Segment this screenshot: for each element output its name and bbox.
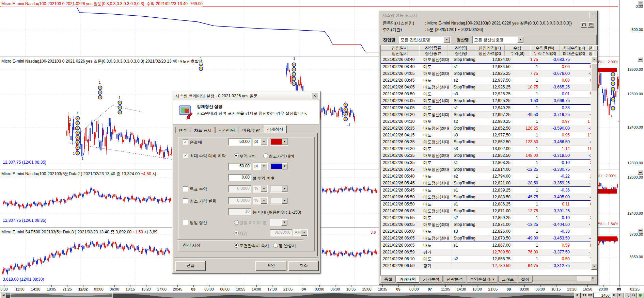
table-row[interactable]: 2021/02/26 05:45매도s112,839.251-0.365.75	[381, 187, 591, 194]
close-icon[interactable]: ✕	[589, 12, 596, 18]
chevron-down-icon[interactable]: ▼	[444, 37, 450, 43]
sameday-checkbox[interactable]	[183, 220, 188, 225]
panel-collapse-button[interactable]: ▬	[638, 1, 643, 5]
scroll-right-icon[interactable]: ▶	[591, 276, 596, 281]
table-row[interactable]: 2021/02/26 04:10매도s212,980.2510.97177.75	[381, 118, 591, 125]
table-row[interactable]: 2021/02/26 05:35매도청산(최대StopTrailing12,85…	[381, 152, 591, 160]
close-icon[interactable]: ✕	[311, 93, 318, 99]
edit-button[interactable]: 편집	[175, 261, 206, 271]
scroll-up-icon[interactable]: ▲	[591, 56, 597, 62]
table-row[interactable]: 2021/02/26 05:55매도s212,859.251-0.1038.25	[381, 215, 591, 221]
lastbar-select[interactable]: ▼	[270, 219, 288, 226]
exit-immediate-radio[interactable]	[234, 243, 239, 248]
chevron-down-icon[interactable]: ▼	[282, 139, 287, 145]
bar-count-field[interactable]: 1456	[594, 293, 611, 298]
table-row[interactable]: 2021/02/26 04:05매도청산(최대StopTrailing12,92…	[381, 70, 591, 77]
report-tab-거래내역[interactable]: 거래내역	[396, 276, 419, 283]
refresh-icon[interactable]	[637, 293, 643, 298]
chevron-down-icon[interactable]: ▼	[261, 186, 267, 192]
table-row[interactable]: 2021/02/26 06:10매도s212,855.7510.5077.50	[381, 256, 591, 263]
report-tab-기간분석[interactable]: 기간분석	[420, 276, 443, 283]
report-tab-종합[interactable]: 종합	[381, 276, 396, 283]
panel-collapse-button[interactable]: ▬	[638, 57, 643, 62]
table-row[interactable]: 2021/02/26 06:05매도청산(최대StopTrailing12,87…	[381, 235, 591, 242]
report-print-icon[interactable]	[588, 22, 594, 28]
chart-scrollbar[interactable]: ◀ ▶ ◀◀ ▶▶ 1456 ▶ ▶▏	[0, 293, 644, 298]
trail-profit-radio[interactable]	[234, 153, 239, 158]
chevron-down-icon[interactable]: ▼	[261, 139, 267, 145]
table-row[interactable]: 2021/02/26 05:35매도s112,803.251-0.1039.25	[381, 160, 591, 166]
dialog-tab-변수[interactable]: 변수	[175, 127, 190, 134]
stoploss-unit-select[interactable]: pt ▼	[253, 138, 268, 146]
chevron-down-icon[interactable]: ▼	[282, 198, 287, 204]
scroll-left-button[interactable]: ◀	[0, 293, 6, 298]
stoploss-value-field[interactable]: 50.00	[228, 138, 251, 146]
zoom-out-icon[interactable]	[631, 293, 637, 298]
vertical-scroll-thumb[interactable]	[591, 63, 597, 91]
table-row[interactable]: 2021/02/26 05:35매도청산(최대StopTrailing12,85…	[381, 125, 591, 132]
table-row[interactable]: 2021/02/26 05:40매도s212,794.001-0.2223.00	[381, 173, 591, 180]
trailing-checkbox[interactable]: ✓	[183, 153, 188, 158]
lastbar-radio[interactable]	[234, 220, 239, 225]
report-window-icon[interactable]	[581, 22, 587, 28]
zoom-in-icon[interactable]	[624, 293, 630, 298]
report-tab-그래프[interactable]: 그래프	[498, 276, 517, 283]
nav-last-button[interactable]: ▶▶	[587, 293, 594, 298]
ampm-select[interactable]: AM ▼	[293, 229, 308, 236]
minchange-checkbox[interactable]	[183, 198, 188, 203]
report-tab-수익손실거래[interactable]: 수익손실거래	[467, 276, 498, 283]
stoploss-checkbox[interactable]: ✓	[183, 139, 188, 145]
time-field[interactable]: 06:00:00	[270, 229, 292, 236]
table-row[interactable]: 2021/02/26 05:50매도청산(최대StopTrailing12,88…	[381, 194, 591, 201]
cancel-button[interactable]: 취소	[288, 261, 319, 271]
exit-barclose-radio[interactable]	[273, 243, 278, 248]
table-row[interactable]: 2021/02/26 03:50매도s312,925.251-0.0150.00	[381, 91, 591, 98]
stoploss-color-select[interactable]: ▼	[270, 138, 288, 146]
after-profit-field[interactable]: 0.00	[228, 174, 251, 181]
price-axis[interactable]: 0.00-500.0012600.0012500.0012400.0012300…	[619, 0, 644, 285]
scroll-down-icon[interactable]: ▼	[591, 264, 597, 270]
table-row[interactable]: 2021/02/26 03:45매도s212,937.5010.0862.25	[381, 77, 591, 84]
time-radio[interactable]	[234, 231, 239, 235]
panel-collapse-button[interactable]: ▬	[638, 170, 643, 175]
table-row[interactable]: 2021/02/26 06:00매도s312,826.001-0.382.50	[381, 228, 591, 235]
minchange-unit-select[interactable]: % ▼	[253, 197, 268, 204]
bars-field[interactable]: 10	[228, 208, 251, 215]
nav-first-button[interactable]: ◀◀	[581, 293, 587, 298]
dialog-tab-차트 표시[interactable]: 차트 표시	[191, 127, 215, 134]
target-profit-checkbox[interactable]	[183, 186, 188, 192]
table-row[interactable]: 2021/02/26 05:45매도청산(최대StopTrailing12,81…	[381, 166, 591, 173]
table-row[interactable]: 2021/02/26 04:20매도청산(최대StopTrailing12,99…	[381, 112, 591, 118]
table-row[interactable]: 2021/02/26 06:05매도청산(최대StopTrailing12,87…	[381, 221, 591, 228]
chevron-down-icon[interactable]: ▼	[281, 219, 287, 226]
ok-button[interactable]: 확인	[255, 261, 286, 271]
nav-end-button[interactable]: ▶▏	[618, 293, 624, 298]
trail-highprice-radio[interactable]	[263, 153, 268, 158]
table-row[interactable]: 2021/02/26 06:05매도청산(최대StopTrailing12,87…	[381, 208, 591, 215]
chevron-down-icon[interactable]: ▼	[282, 186, 287, 192]
table-row[interactable]: 2021/02/26 04:05매도s112,949.251-0.382.00	[381, 105, 591, 112]
table-row[interactable]: 2021/02/26 06:15매도s312,830.0010.3051.75	[381, 269, 591, 270]
table-row[interactable]: 2021/02/26 04:15매도s312,977.5010.95175.00	[381, 132, 591, 139]
trailing-color-select[interactable]: ▼	[270, 163, 288, 170]
nav-prev-button[interactable]: ▶	[575, 293, 581, 298]
trailing-unit-select[interactable]: pt ▼	[253, 163, 268, 170]
chevron-down-icon[interactable]: ▼	[261, 163, 267, 169]
target-profit-unit-select[interactable]: % ▼	[253, 185, 268, 193]
table-row[interactable]: 2021/02/26 06:59평가12,789.5076.00-3,377.5…	[381, 249, 591, 256]
chevron-down-icon[interactable]: ▼	[261, 198, 267, 204]
table-row[interactable]: 2021/02/26 04:05매도청산(최대StopTrailing12,92…	[381, 98, 591, 105]
table-vertical-scrollbar[interactable]: ▲ ▼	[591, 56, 597, 270]
table-row[interactable]: 2021/02/26 05:45매도청산(최대StopTrailing12,82…	[381, 180, 591, 187]
dialog-tab-강제청산[interactable]: 강제청산	[264, 125, 287, 133]
minchange-field[interactable]: 0.0000	[228, 197, 251, 204]
report-titlebar[interactable]: 시스템 성능 보고서 ✕	[379, 11, 597, 19]
report-tab-전략분석[interactable]: 전략분석	[443, 276, 466, 283]
target-color-select[interactable]: ▼	[270, 185, 288, 193]
entry-filter-select[interactable]: 모든 진입신호명 ▼	[399, 36, 451, 44]
minchange-color-select[interactable]: ▼	[270, 197, 288, 204]
nav-step-button[interactable]: ▶	[611, 293, 617, 298]
table-row[interactable]: 2021/02/26 03:40매도청산(최대StopTrailing12,93…	[381, 56, 591, 64]
dialog-titlebar[interactable]: 시스템 트레이딩 설정 - 0 2021 0226 yes 질문 ✕	[173, 92, 320, 100]
chevron-down-icon[interactable]: ▼	[301, 230, 307, 236]
